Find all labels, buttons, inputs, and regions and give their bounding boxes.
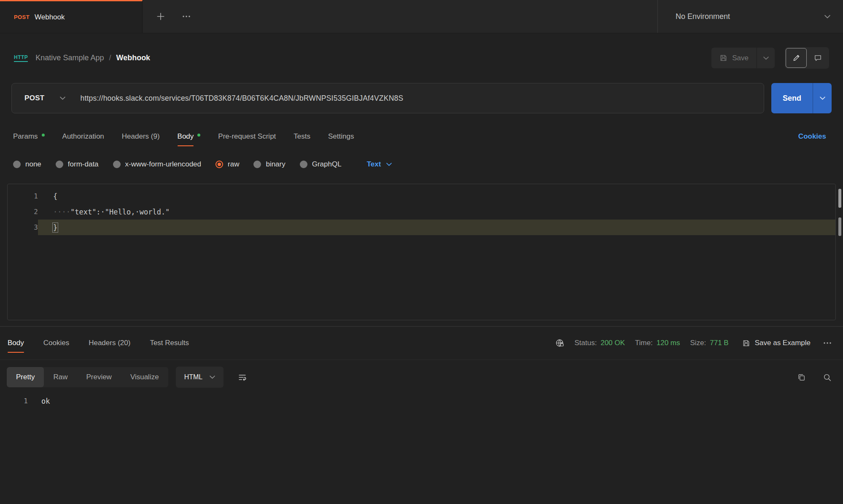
tab-authorization-label: Authorization	[62, 132, 104, 141]
response-tab-headers-label: Headers (20)	[89, 339, 130, 347]
editor-scrollbar-marker[interactable]	[838, 217, 841, 236]
body-type-raw[interactable]: raw	[215, 160, 239, 169]
time-label: Time:	[635, 339, 653, 347]
response-tab-body[interactable]: Body	[8, 339, 24, 347]
raw-language-selector[interactable]: Text	[367, 160, 392, 169]
mode-visualize-button[interactable]: Visualize	[121, 367, 168, 387]
new-tab-button[interactable]	[156, 12, 165, 21]
response-tab-cookies[interactable]: Cookies	[43, 339, 69, 347]
response-tab-test-results[interactable]: Test Results	[150, 339, 189, 347]
wrap-text-button[interactable]	[232, 367, 252, 388]
body-type-form-data[interactable]: form-data	[56, 160, 99, 169]
tab-tests[interactable]: Tests	[294, 132, 310, 141]
radio-icon	[253, 161, 261, 168]
more-dots-icon	[182, 15, 191, 18]
body-type-binary-label: binary	[266, 160, 285, 169]
whitespace-dots: ····	[53, 208, 70, 216]
comment-button[interactable]	[808, 48, 828, 68]
environment-selector[interactable]: No Environment	[657, 0, 843, 33]
response-toolbar: Pretty Raw Preview Visualize HTML	[0, 360, 843, 388]
body-type-none[interactable]: none	[13, 160, 41, 169]
tab-params-label: Params	[13, 132, 38, 141]
save-button-label: Save	[732, 54, 749, 62]
radio-selected-icon	[215, 161, 223, 168]
mode-raw-button[interactable]: Raw	[44, 367, 77, 387]
chevron-down-icon	[60, 97, 65, 100]
line-code: "text":·"Hello,·world."	[70, 208, 170, 216]
response-options-button[interactable]	[823, 341, 832, 345]
search-response-button[interactable]	[823, 373, 832, 382]
url-input[interactable]: https://hooks.slack.com/services/T06TD83…	[81, 94, 404, 103]
tab-bar: POST Webhook No Environment	[0, 0, 843, 33]
cookies-link[interactable]: Cookies	[798, 132, 826, 141]
time-value: 120 ms	[657, 339, 680, 347]
editor-line-highlighted: 3 }	[8, 220, 835, 235]
send-button[interactable]: Send	[771, 83, 813, 113]
response-format-selector[interactable]: HTML	[176, 367, 224, 388]
copy-response-button[interactable]	[797, 373, 806, 382]
response-view-modes: Pretty Raw Preview Visualize	[7, 367, 168, 387]
http-protocol-icon: HTTP	[14, 54, 28, 62]
tab-pre-request-script-label: Pre-request Script	[218, 132, 276, 141]
response-tab-body-label: Body	[8, 339, 24, 347]
mode-pretty-button[interactable]: Pretty	[7, 367, 44, 387]
breadcrumb: Knative Sample App / Webhook	[35, 54, 150, 62]
method-selector[interactable]: POST	[12, 94, 81, 102]
save-button-group: Save	[711, 48, 775, 68]
radio-icon	[56, 161, 63, 168]
status-badge: 200 OK	[601, 339, 625, 347]
tab-options-button[interactable]	[182, 15, 191, 18]
body-type-urlencoded-label: x-www-form-urlencoded	[125, 160, 201, 169]
tab-params[interactable]: Params	[13, 132, 45, 141]
response-tabs: Body Cookies Headers (20) Test Results	[8, 339, 189, 347]
body-type-urlencoded[interactable]: x-www-form-urlencoded	[113, 160, 201, 169]
copy-icon	[797, 373, 806, 382]
breadcrumb-separator: /	[109, 54, 111, 62]
body-type-binary[interactable]: binary	[253, 160, 285, 169]
tab-tests-label: Tests	[294, 132, 310, 141]
tab-title: Webhook	[35, 13, 65, 21]
line-number: 2	[8, 204, 38, 220]
line-code: {	[53, 192, 57, 201]
chevron-down-icon	[763, 56, 769, 60]
response-tab-headers[interactable]: Headers (20)	[89, 339, 130, 347]
tab-body[interactable]: Body	[178, 132, 201, 141]
response-header: Body Cookies Headers (20) Test Results S…	[0, 326, 843, 360]
breadcrumb-request-name[interactable]: Webhook	[116, 54, 150, 62]
raw-language-label: Text	[367, 160, 381, 169]
method-label: POST	[24, 94, 45, 102]
breadcrumb-collection[interactable]: Knative Sample App	[35, 54, 104, 62]
size-value: 771 B	[710, 339, 728, 347]
edit-button[interactable]	[786, 48, 807, 68]
tab-authorization[interactable]: Authorization	[62, 132, 104, 141]
send-options-button[interactable]	[813, 83, 832, 113]
save-button[interactable]: Save	[711, 48, 757, 68]
chevron-down-icon	[210, 375, 215, 379]
mode-preview-button[interactable]: Preview	[77, 367, 121, 387]
editor-scrollbar-thumb[interactable]	[838, 189, 841, 208]
tab-settings[interactable]: Settings	[328, 132, 354, 141]
response-meta: Status: 200 OK Time: 120 ms Size: 771 B …	[555, 338, 832, 348]
status-group: Status: 200 OK	[574, 339, 625, 347]
environment-label: No Environment	[676, 12, 730, 21]
radio-icon	[13, 161, 21, 168]
save-as-example-button[interactable]: Save as Example	[742, 339, 811, 347]
tab-headers[interactable]: Headers (9)	[122, 132, 160, 141]
body-type-graphql[interactable]: GraphQL	[300, 160, 342, 169]
request-body-editor[interactable]: 1 { 2 ····"text":·"Hello,·world." 3 }	[7, 184, 836, 320]
body-type-graphql-label: GraphQL	[312, 160, 342, 169]
size-group: Size: 771 B	[690, 339, 728, 347]
body-type-form-data-label: form-data	[68, 160, 99, 169]
response-body: 1 ok	[0, 397, 843, 405]
response-line-text: ok	[41, 397, 50, 405]
save-options-button[interactable]	[757, 48, 775, 68]
request-tabs: Params Authorization Headers (9) Body Pr…	[0, 123, 843, 150]
status-label: Status:	[574, 339, 597, 347]
response-tab-test-results-label: Test Results	[150, 339, 189, 347]
request-tab-webhook[interactable]: POST Webhook	[0, 0, 143, 33]
tab-actions	[143, 0, 191, 33]
network-globe-icon[interactable]	[555, 338, 564, 348]
header-actions: Save	[711, 47, 829, 69]
green-dot-icon	[197, 134, 200, 137]
tab-pre-request-script[interactable]: Pre-request Script	[218, 132, 276, 141]
